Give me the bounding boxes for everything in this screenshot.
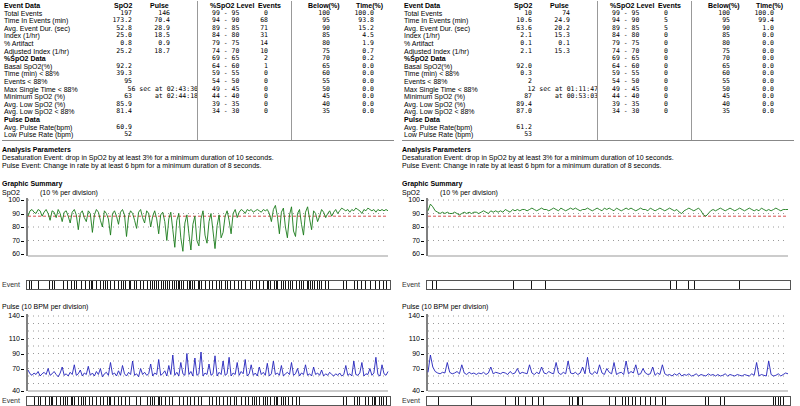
table-cell: Max Single Time < 88% [4, 86, 78, 94]
table-cell: %SpO2 Data [404, 55, 446, 63]
spo2-chart-caption: SpO2(10 % per division) [2, 189, 98, 196]
table-row: 600.0 [292, 70, 398, 78]
table-cell: Low Pulse Rate (bpm) [404, 131, 473, 139]
event-mark [78, 397, 79, 405]
y-axis-tick [421, 316, 424, 317]
event-mark [76, 281, 77, 289]
analysis-line-desaturation: Desaturation Event: drop in SpO2 by at l… [2, 154, 274, 162]
table-cell: 25.2 [88, 48, 132, 56]
event-mark [277, 397, 278, 405]
table-cell: 34 - 30 [212, 108, 239, 116]
table-row: Avg. Low SpO2 < 88%87.0 [402, 108, 598, 116]
event-mark [45, 397, 46, 405]
event-mark [368, 397, 369, 405]
event-mark [118, 281, 119, 289]
event-mark [212, 397, 213, 405]
table-cell: Minimum SpO2 (%) [404, 93, 465, 101]
table-cell: 53 [488, 131, 532, 139]
table-row: 750.0 [692, 48, 798, 56]
event-mark [288, 397, 289, 405]
table-row: 100100.0 [292, 10, 398, 18]
table-cell: 2 [488, 78, 532, 86]
event-mark [63, 281, 64, 289]
event-mark [518, 397, 519, 405]
y-axis-tick-label: 70 [400, 365, 420, 373]
event-mark [81, 281, 82, 289]
event-mark [688, 281, 689, 289]
event-mark [234, 281, 235, 289]
event-mark [676, 281, 677, 289]
event-mark [221, 281, 222, 289]
col-header-events: Events [258, 2, 281, 10]
event-mark [118, 397, 119, 405]
table-row: Adjusted Index (1/hr)25.218.7 [2, 48, 198, 56]
event-mark [179, 397, 180, 405]
table-cell: Adjusted Index (1/hr) [4, 48, 69, 56]
event-mark [245, 281, 246, 289]
event-mark [724, 397, 725, 405]
table-row: %SpO2 Data [2, 55, 198, 63]
table-row: Basal SpO2(%)92.0 [402, 63, 598, 71]
event-mark [110, 281, 111, 289]
event-mark [285, 281, 286, 289]
y-axis-tick-label: 90 [0, 210, 20, 218]
event-mark [662, 397, 663, 405]
table-cell: 0.0 [734, 108, 774, 116]
event-mark [582, 397, 583, 405]
table-cell: Avg. Pulse Rate(bpm) [404, 124, 472, 132]
pulse-chart-caption: Pulse (10 BPM per division) [402, 303, 488, 310]
event-mark [219, 397, 220, 405]
event-strip-label: Event [2, 281, 20, 288]
event-mark [129, 397, 130, 405]
analysis-line-pulse: Pulse Event: Change in rate by at least … [402, 162, 674, 170]
table-cell: Low Pulse Rate (bpm) [4, 131, 73, 139]
event-mark [60, 397, 61, 405]
table-row: 9015.2 [292, 25, 398, 33]
below-time-rows: 100100.09599.4901.0850.0800.0750.0700.06… [692, 10, 798, 116]
event-mark [471, 397, 472, 405]
event-mark [74, 397, 75, 405]
y-axis-tick [21, 354, 24, 355]
table-cell: Time (min) < 88% [4, 70, 59, 78]
event-mark [665, 397, 666, 405]
y-axis-tick [21, 316, 24, 317]
event-mark [89, 397, 90, 405]
table-row: Time (min) < 88%0.3 [402, 70, 598, 78]
event-mark [545, 281, 546, 289]
event-mark [383, 397, 384, 405]
oximetry-report: Event Data SpO2 Pulse Total Events197146… [0, 0, 800, 406]
table-cell: Events < 88% [404, 78, 447, 86]
event-mark [31, 281, 32, 289]
y-axis-tick-label: 60 [0, 250, 20, 258]
event-mark [635, 397, 636, 405]
table-cell: 15.3 [532, 48, 570, 56]
event-mark [325, 281, 326, 289]
below-time-rows: 100100.09593.89015.2854.5801.9750.7700.2… [292, 10, 398, 116]
event-mark [263, 281, 264, 289]
pulse-chart [24, 314, 390, 394]
table-row: Avg. Pulse Rate(bpm)60.9 [2, 124, 198, 132]
event-mark [531, 281, 532, 289]
event-mark [38, 281, 39, 289]
event-strip-label: Event [2, 397, 20, 404]
table-row: Avg. Low SpO2 (%)89.4 [402, 101, 598, 109]
event-strip-label: Event [402, 397, 420, 404]
table-row: 100100.0 [692, 10, 798, 18]
event-mark [67, 397, 68, 405]
event-mark [267, 397, 268, 405]
pulse-event-strip [426, 396, 791, 406]
event-mark [169, 281, 170, 289]
table-cell: 0 [642, 108, 668, 116]
y-axis-tick [421, 227, 424, 228]
y-axis-tick-label: 90 [400, 350, 420, 358]
analysis-line-desaturation: Desaturation Event: drop in SpO2 by at l… [402, 154, 674, 162]
y-axis-tick [21, 227, 24, 228]
event-mark [227, 397, 228, 405]
event-mark [432, 281, 433, 289]
table-row: 700.0 [692, 55, 798, 63]
event-mark [172, 397, 173, 405]
y-axis-tick-label: 110 [0, 335, 20, 343]
table-row: 550.0 [692, 78, 798, 86]
event-mark [121, 397, 122, 405]
table-cell: Time (min) < 88% [404, 70, 459, 78]
